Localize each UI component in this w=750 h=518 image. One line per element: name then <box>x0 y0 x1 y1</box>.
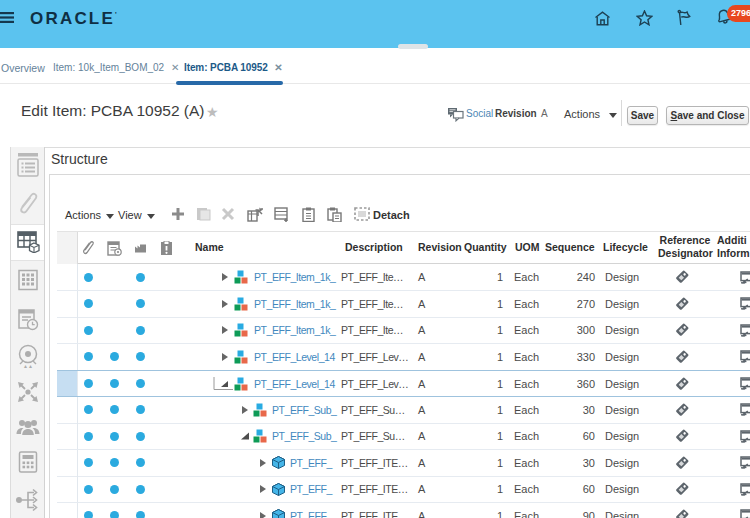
svg-text:▲▲: ▲▲ <box>23 363 33 369</box>
